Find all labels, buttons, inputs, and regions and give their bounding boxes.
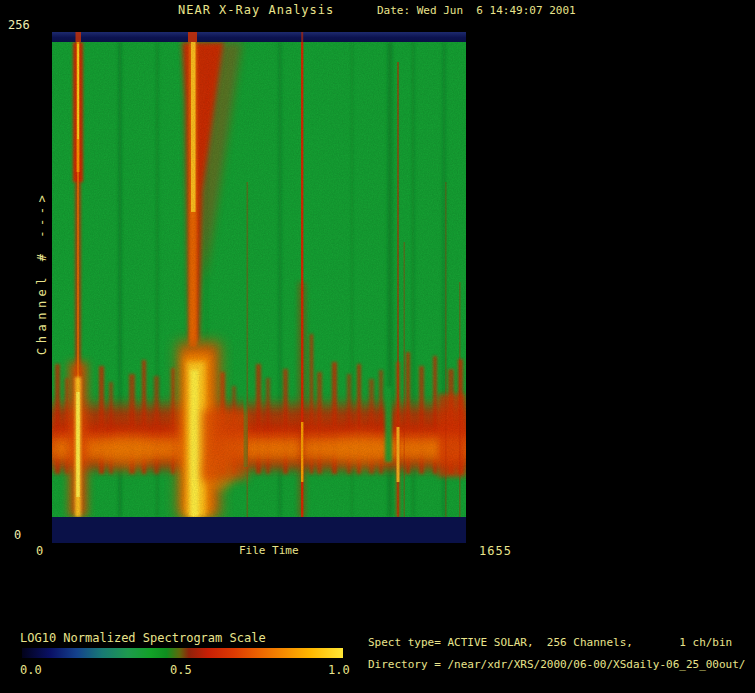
x-axis-max-label: 1655: [479, 545, 512, 558]
y-axis-title: Channel # --->: [36, 191, 49, 355]
colorbar-tick-min: 0.0: [20, 664, 42, 677]
spectrogram-plot: [52, 32, 466, 543]
colorbar-gradient: [22, 648, 343, 658]
colorbar-title: LOG10 Normalized Spectrogram Scale: [20, 632, 266, 645]
near-xray-analysis-screen: NEAR X-Ray Analysis Date: Wed Jun 6 14:4…: [0, 0, 755, 693]
x-axis-min-label: 0: [36, 545, 43, 558]
x-axis-title: File Time: [239, 545, 299, 557]
y-axis-min-label: 0: [14, 529, 21, 542]
spect-type-info: Spect type= ACTIVE SOLAR, 256 Channels, …: [368, 637, 732, 649]
date-label: Date: Wed Jun 6 14:49:07 2001: [377, 5, 576, 17]
page-title: NEAR X-Ray Analysis: [178, 4, 334, 17]
colorbar-tick-max: 1.0: [328, 664, 350, 677]
y-axis-max-label: 256: [8, 19, 30, 32]
directory-info: Directory = /near/xdr/XRS/2000/06-00/XSd…: [368, 659, 746, 671]
colorbar-tick-mid: 0.5: [170, 664, 192, 677]
spectrogram-image: [52, 32, 466, 543]
